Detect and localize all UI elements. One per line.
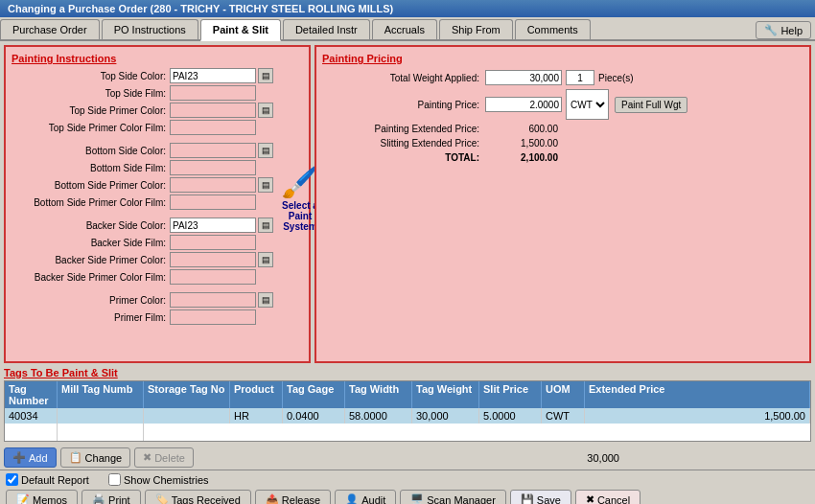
cancel-button[interactable]: ✖ Cancel <box>575 490 640 504</box>
top-side-color-label: Top Side Color: <box>12 71 170 81</box>
change-button[interactable]: 📋 Change <box>60 447 131 468</box>
col-mill-tag: Mill Tag Numb <box>58 381 144 408</box>
painting-pricing-title: Painting Pricing <box>322 53 803 64</box>
paint-full-wgt-button[interactable]: Paint Full Wgt <box>615 97 687 113</box>
bottom-side-primer-color-film-input[interactable] <box>170 195 256 210</box>
slitting-extended-value: 1,500.00 <box>485 138 562 149</box>
bottom-side-color-row: Bottom Side Color: ▤ <box>12 143 273 158</box>
help-icon: 🔧 <box>764 24 778 36</box>
backer-side-primer-color-input[interactable] <box>170 252 256 267</box>
backer-side-film-label: Backer Side Film: <box>12 238 170 248</box>
tab-paint-slit[interactable]: Paint & Slit <box>200 19 281 41</box>
bottom-side-color-input[interactable] <box>170 143 256 158</box>
tab-po-instructions[interactable]: PO Instructions <box>102 19 198 39</box>
backer-side-primer-color-film-input[interactable] <box>170 269 256 285</box>
delete-button[interactable]: ✖ Delete <box>134 447 194 468</box>
default-report-checkbox-label[interactable]: Default Report <box>6 473 89 486</box>
scan-manager-icon: 🖥️ <box>410 493 424 504</box>
tab-bar: Purchase Order PO Instructions Paint & S… <box>0 17 815 41</box>
top-side-color-input[interactable] <box>170 68 256 83</box>
scan-manager-button[interactable]: 🖥️ Scan Manager <box>400 490 506 504</box>
col-tag-width: Tag Width <box>345 381 412 408</box>
footer-bar: Default Report Show Chemistries 📝 Memos … <box>0 470 815 504</box>
backer-side-primer-color-label: Backer Side Primer Color: <box>12 255 170 265</box>
top-side-film-input[interactable] <box>170 85 256 101</box>
select-paint-label: Select a Paint System <box>281 200 319 232</box>
bottom-side-primer-color-film-row: Bottom Side Primer Color Film: <box>12 195 273 210</box>
slitting-extended-row: Slitting Extended Price: 1,500.00 <box>322 138 803 149</box>
print-icon: 🖨️ <box>92 493 105 504</box>
tags-table: Tag Number Mill Tag Numb Storage Tag No … <box>4 380 811 442</box>
add-icon: ➕ <box>12 451 26 464</box>
bottom-side-film-input[interactable] <box>170 160 256 175</box>
total-weight-input[interactable] <box>485 70 562 85</box>
top-side-color-search[interactable]: ▤ <box>258 68 273 83</box>
bottom-side-color-label: Bottom Side Color: <box>12 146 170 156</box>
bottom-side-primer-color-input[interactable] <box>170 177 256 193</box>
footer-checkboxes: Default Report Show Chemistries <box>6 473 809 486</box>
primer-film-input[interactable] <box>170 309 256 325</box>
total-weight-label: Total Weight Applied: <box>322 73 485 83</box>
table-header: Tag Number Mill Tag Numb Storage Tag No … <box>5 381 810 408</box>
show-chemistries-checkbox-label[interactable]: Show Chemistries <box>108 473 209 486</box>
window-title: Changing a Purchase Order (280 - TRICHY … <box>8 3 393 14</box>
memos-icon: 📝 <box>16 493 30 504</box>
painting-extended-value: 600.00 <box>485 124 562 134</box>
print-button[interactable]: 🖨️ Print <box>82 490 141 504</box>
tab-accruals[interactable]: Accruals <box>372 19 437 39</box>
cwt-unit-select[interactable]: CWT LB EA <box>566 89 609 120</box>
backer-side-film-row: Backer Side Film: <box>12 235 273 250</box>
show-chemistries-checkbox[interactable] <box>108 473 121 486</box>
painting-price-input[interactable] <box>485 97 562 112</box>
primer-film-label: Primer Film: <box>12 312 170 323</box>
primer-color-row: Primer Color: ▤ <box>12 292 273 308</box>
tags-received-button[interactable]: 🏷️ Tags Received <box>145 490 251 504</box>
top-side-primer-color-search[interactable]: ▤ <box>258 103 273 118</box>
default-report-checkbox[interactable] <box>6 473 18 486</box>
save-button[interactable]: 💾 Save <box>510 490 571 504</box>
top-side-primer-color-film-label: Top Side Primer Color Film: <box>12 123 170 133</box>
release-icon: 📤 <box>266 493 279 504</box>
tab-detailed-instr[interactable]: Detailed Instr <box>283 19 370 39</box>
cancel-icon: ✖ <box>586 493 594 504</box>
pieces-input[interactable] <box>566 70 594 85</box>
backer-side-primer-color-row: Backer Side Primer Color: ▤ <box>12 252 273 267</box>
cell-extended-price: 1,500.00 <box>585 408 810 424</box>
tab-comments[interactable]: Comments <box>515 19 591 39</box>
tab-purchase-order[interactable]: Purchase Order <box>0 19 100 39</box>
tab-ship-from[interactable]: Ship From <box>439 19 513 39</box>
memos-button[interactable]: 📝 Memos <box>6 490 78 504</box>
backer-side-color-row: Backer Side Color: ▤ <box>12 218 273 233</box>
backer-side-color-label: Backer Side Color: <box>12 220 170 231</box>
release-button[interactable]: 📤 Release <box>255 490 331 504</box>
paint-brush-icon: 🖌️ <box>281 164 319 200</box>
col-tag-gage: Tag Gage <box>283 381 345 408</box>
top-side-primer-color-film-row: Top Side Primer Color Film: <box>12 120 273 135</box>
total-weight-row: Total Weight Applied: Piece(s) <box>322 70 803 85</box>
table-row[interactable]: 40034 HR 0.0400 58.0000 30,000 5.0000 CW… <box>5 408 810 424</box>
main-content: Painting Instructions Top Side Color: ▤ … <box>0 41 815 367</box>
total-label: TOTAL: <box>322 152 485 163</box>
add-button[interactable]: ➕ Add <box>4 447 57 468</box>
top-side-primer-color-label: Top Side Primer Color: <box>12 105 170 116</box>
table-row-empty-1 <box>5 424 810 441</box>
bottom-side-primer-color-search[interactable]: ▤ <box>258 177 273 193</box>
top-side-primer-color-film-input[interactable] <box>170 120 256 135</box>
primer-color-input[interactable] <box>170 292 256 308</box>
backer-side-film-input[interactable] <box>170 235 256 250</box>
backer-side-color-search[interactable]: ▤ <box>258 218 273 233</box>
backer-side-color-input[interactable] <box>170 218 256 233</box>
select-paint-system-button[interactable]: 🖌️ Select a Paint System <box>281 68 319 327</box>
bottom-side-primer-color-label: Bottom Side Primer Color: <box>12 180 170 191</box>
primer-color-label: Primer Color: <box>12 295 170 306</box>
backer-side-primer-color-search[interactable]: ▤ <box>258 252 273 267</box>
audit-button[interactable]: 👤 Audit <box>335 490 396 504</box>
help-button[interactable]: 🔧 Help <box>756 21 811 39</box>
primer-color-search[interactable]: ▤ <box>258 292 273 308</box>
bottom-side-color-search[interactable]: ▤ <box>258 143 273 158</box>
top-side-primer-color-row: Top Side Primer Color: ▤ <box>12 103 273 118</box>
delete-icon: ✖ <box>143 451 151 464</box>
painting-extended-label: Painting Extended Price: <box>322 124 485 134</box>
top-side-primer-color-input[interactable] <box>170 103 256 118</box>
top-side-film-row: Top Side Film: <box>12 85 273 101</box>
